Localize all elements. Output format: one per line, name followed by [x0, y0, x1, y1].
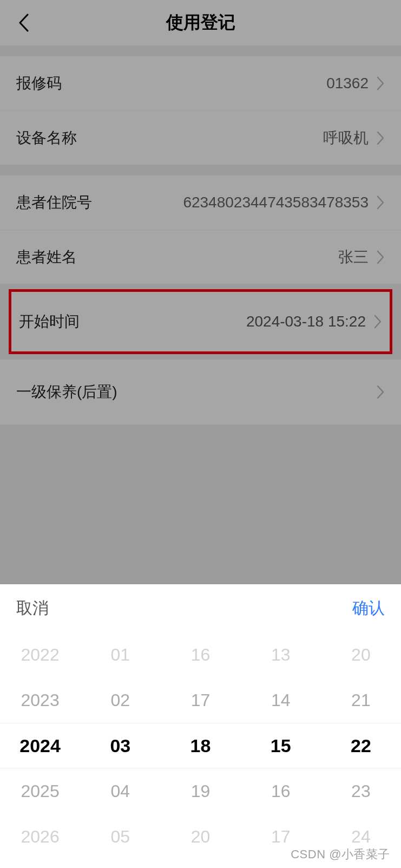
row-value: 01362: [326, 75, 369, 92]
section-gap: [0, 45, 401, 56]
picker-option[interactable]: 19: [160, 768, 240, 814]
picker-option[interactable]: 17: [160, 677, 240, 723]
picker-option[interactable]: 2025: [0, 768, 80, 814]
row-label: 开始时间: [19, 311, 80, 332]
picker-option[interactable]: 03: [80, 723, 160, 768]
picker-option[interactable]: 20: [160, 814, 240, 859]
picker-option[interactable]: 20: [321, 632, 401, 677]
row-patient-name[interactable]: 患者姓名 张三: [0, 230, 401, 284]
picker-option[interactable]: 05: [80, 814, 160, 859]
picker-column-2[interactable]: 1617181920: [160, 632, 240, 868]
picker-option[interactable]: 2022: [0, 632, 80, 677]
confirm-button[interactable]: 确认: [352, 597, 385, 619]
section-gap-small: [0, 284, 401, 289]
row-value: 6234802344743583478353: [183, 194, 369, 211]
picker-option[interactable]: 22: [321, 723, 401, 768]
picker-option[interactable]: 21: [321, 677, 401, 723]
datetime-picker: 取消 确认 2022202320242025202601020304051617…: [0, 584, 401, 868]
chevron-right-icon: [376, 384, 385, 400]
picker-option[interactable]: 16: [241, 768, 321, 814]
row-repair-code[interactable]: 报修码 01362: [0, 56, 401, 110]
header-bar: 使用登记: [0, 0, 401, 45]
row-value: 呼吸机: [323, 128, 369, 148]
back-button[interactable]: [13, 12, 35, 34]
section-gap-small: [0, 354, 401, 360]
picker-option[interactable]: 15: [241, 723, 321, 768]
picker-header: 取消 确认: [0, 584, 401, 632]
picker-column-0[interactable]: 20222023202420252026: [0, 632, 80, 868]
picker-option[interactable]: 13: [241, 632, 321, 677]
picker-option[interactable]: 04: [80, 768, 160, 814]
chevron-left-icon: [18, 14, 29, 32]
chevron-right-icon: [373, 314, 382, 329]
row-patient-no[interactable]: 患者住院号 6234802344743583478353: [0, 175, 401, 230]
picker-option[interactable]: 18: [160, 723, 240, 768]
section-gap: [0, 165, 401, 175]
picker-column-3[interactable]: 1314151617: [241, 632, 321, 868]
chevron-right-icon: [376, 250, 385, 265]
cancel-button[interactable]: 取消: [16, 597, 49, 619]
chevron-right-icon: [376, 130, 385, 146]
row-start-time[interactable]: 开始时间 2024-03-18 15:22: [11, 292, 390, 351]
picker-column-1[interactable]: 0102030405: [80, 632, 160, 868]
row-label: 患者住院号: [16, 192, 92, 213]
picker-column-4[interactable]: 2021222324: [321, 632, 401, 868]
chevron-right-icon: [376, 76, 385, 91]
picker-option[interactable]: 14: [241, 677, 321, 723]
picker-option[interactable]: 2024: [0, 723, 80, 768]
row-maintenance[interactable]: 一级保养(后置): [0, 360, 401, 425]
row-device-name[interactable]: 设备名称 呼吸机: [0, 110, 401, 165]
row-value: 2024-03-18 15:22: [246, 313, 366, 330]
row-label: 一级保养(后置): [16, 382, 117, 402]
watermark-text: CSDN @小香菜子: [291, 846, 390, 863]
picker-option[interactable]: 02: [80, 677, 160, 723]
picker-wheels: 2022202320242025202601020304051617181920…: [0, 632, 401, 868]
picker-option[interactable]: 2026: [0, 814, 80, 859]
start-time-highlight: 开始时间 2024-03-18 15:22: [9, 289, 392, 354]
row-label: 报修码: [16, 73, 62, 94]
picker-option[interactable]: 2023: [0, 677, 80, 723]
picker-option[interactable]: 16: [160, 632, 240, 677]
row-value: 张三: [338, 247, 369, 267]
picker-option[interactable]: 23: [321, 768, 401, 814]
row-label: 设备名称: [16, 128, 77, 148]
row-label: 患者姓名: [16, 247, 77, 267]
page-title: 使用登记: [0, 11, 401, 35]
chevron-right-icon: [376, 195, 385, 210]
picker-option[interactable]: 01: [80, 632, 160, 677]
